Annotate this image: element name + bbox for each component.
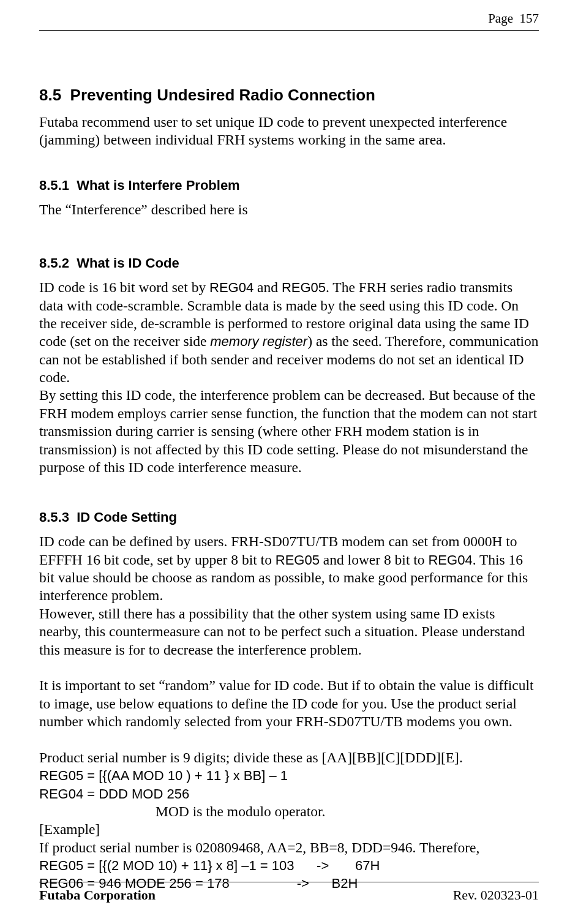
page-footer: Futaba Corporation Rev. 020323-01 [39,882,539,903]
text: and [253,279,282,295]
example-text: If product serial number is 020809468, A… [39,839,479,855]
equation-reg04: REG04 = DDD MOD 256 [39,786,189,802]
subsection-number: 8.5.1 [39,178,69,193]
equation-reg05: REG05 = [{(AA MOD 10 ) + 11 } x BB] – 1 [39,768,288,783]
example-label: [Example] [39,821,100,837]
serial-note: Product serial number is 9 digits; divid… [39,749,463,765]
text: However, still there has a possibility t… [39,606,525,658]
section-8-5-intro: Futaba recommend user to set unique ID c… [39,113,539,149]
page-header: Page 157 [39,0,539,31]
page-number: 157 [520,11,539,26]
subsection-text: ID Code Setting [77,509,177,525]
footer-revision: Rev. 020323-01 [453,887,539,903]
section-text: Preventing Undesired Radio Connection [70,86,375,104]
subsection-8-5-1-title: 8.5.1 What is Interfere Problem [39,178,539,193]
subsection-text: What is ID Code [77,255,179,271]
reg05-label: REG05 [276,552,320,568]
text: ID code is 16 bit word set by [39,279,209,295]
reg05-label: REG05 [282,280,326,295]
section-number: 8.5 [39,86,61,104]
subsection-8-5-1-body: The “Interference” described here is [39,201,539,219]
memory-register-label: memory register [210,334,307,349]
mod-note: MOD is the modulo operator. [39,803,539,821]
page-label: Page [488,11,513,26]
reg04-label: REG04 [209,280,253,295]
subsection-text: What is Interfere Problem [77,178,240,193]
example-row-1: REG05 = [{(2 MOD 10) + 11} x 8] –1 = 103… [39,858,380,873]
text: By setting this ID code, the interferenc… [39,387,537,475]
subsection-number: 8.5.2 [39,255,69,271]
subsection-8-5-2-title: 8.5.2 What is ID Code [39,255,539,271]
reg04-label: REG04 [428,552,472,568]
footer-corporation: Futaba Corporation [39,887,156,903]
subsection-8-5-3-title: 8.5.3 ID Code Setting [39,509,539,525]
text: and lower 8 bit to [320,552,429,568]
subsection-8-5-2-body: ID code is 16 bit word set by REG04 and … [39,279,539,476]
section-8-5-title: 8.5 Preventing Undesired Radio Connectio… [39,86,539,105]
subsection-number: 8.5.3 [39,509,69,525]
subsection-8-5-3-body: ID code can be defined by users. FRH-SD0… [39,533,539,893]
text: It is important to set “random” value fo… [39,677,534,729]
